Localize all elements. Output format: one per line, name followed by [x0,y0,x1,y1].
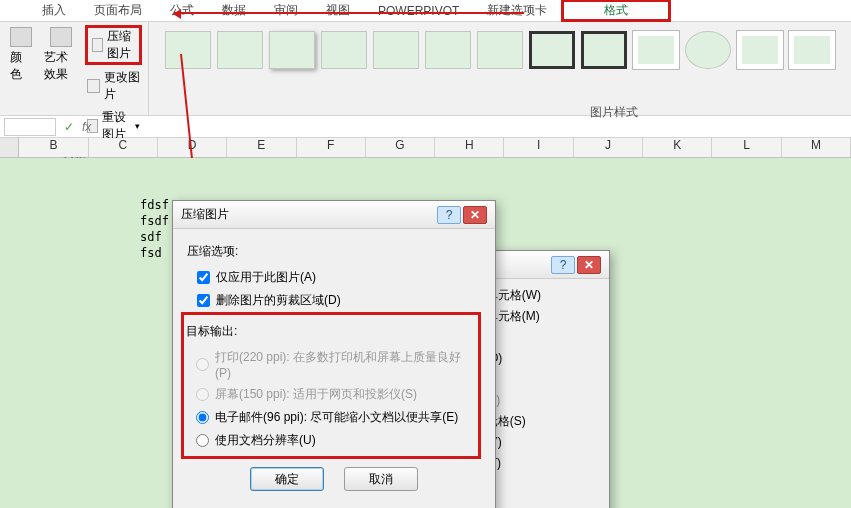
style-thumb[interactable] [373,31,419,69]
close-button[interactable]: ✕ [463,206,487,224]
ok-button[interactable]: 确定 [250,467,324,491]
column-headers: B C D E F G H I J K L M [0,138,851,158]
radio[interactable] [196,411,209,424]
opt-apply-only[interactable]: 仅应用于此图片(A) [187,266,481,289]
color-icon [10,27,32,47]
style-thumb[interactable] [477,31,523,69]
compress-icon [92,38,102,52]
col-header[interactable]: B [19,138,88,157]
style-thumb[interactable] [425,31,471,69]
out-docres[interactable]: 使用文档分辨率(U) [186,429,476,452]
checkbox[interactable] [197,271,210,284]
fx-label[interactable]: fx [82,120,91,134]
col-header[interactable]: M [782,138,851,157]
help-button[interactable]: ? [551,256,575,274]
cell-value[interactable]: fsdf [140,214,169,228]
group-label-styles: 图片样式 [590,104,638,121]
tab-data[interactable]: 数据 [208,0,260,21]
col-header[interactable]: F [297,138,366,157]
radio [196,358,209,371]
col-header[interactable]: G [366,138,435,157]
out-print: 打印(220 ppi): 在多数打印机和屏幕上质量良好(P) [186,346,476,383]
name-box[interactable] [4,118,56,136]
style-thumb[interactable] [633,31,679,69]
style-thumb[interactable] [217,31,263,69]
tab-formula[interactable]: 公式 [156,0,208,21]
style-thumb[interactable] [581,31,627,69]
tab-review[interactable]: 审阅 [260,0,312,21]
cancel-button[interactable]: 取消 [344,467,418,491]
tab-format[interactable]: 格式 [561,0,671,22]
col-header[interactable]: K [643,138,712,157]
select-all-corner[interactable] [0,138,19,157]
tab-new[interactable]: 新建选项卡 [473,0,561,21]
col-header[interactable]: L [712,138,781,157]
compress-pictures-button[interactable]: 压缩图片 [85,25,142,65]
annotation-arrow [174,12,524,14]
change-picture-button[interactable]: 更改图片 [85,67,142,105]
style-thumb[interactable] [165,31,211,69]
out-screen: 屏幕(150 ppi): 适用于网页和投影仪(S) [186,383,476,406]
section-label: 压缩选项: [187,243,481,260]
col-header[interactable]: H [435,138,504,157]
section-label: 目标输出: [186,323,476,340]
style-thumb[interactable] [685,31,731,69]
style-thumb[interactable] [269,31,315,69]
opt-delete-crop[interactable]: 删除图片的剪裁区域(D) [187,289,481,312]
col-header[interactable]: J [574,138,643,157]
dialog-title: 压缩图片 [181,206,435,223]
col-header[interactable]: C [89,138,158,157]
art-icon [50,27,72,47]
col-header[interactable]: E [227,138,296,157]
tab-powerpivot[interactable]: POWERPIVOT [364,2,473,20]
radio[interactable] [196,434,209,447]
help-button[interactable]: ? [437,206,461,224]
style-thumb[interactable] [321,31,367,69]
tab-page-layout[interactable]: 页面布局 [80,0,156,21]
style-thumb[interactable] [529,31,575,69]
ribbon: 颜色 艺术效果 压缩图片 更改图片 重设图片▾ 调整 [0,22,851,116]
cell-value[interactable]: fsd [140,246,162,260]
picture-styles-gallery[interactable] [155,25,845,115]
ribbon-group-styles [149,22,851,115]
checkbox[interactable] [197,294,210,307]
close-button[interactable]: ✕ [577,256,601,274]
style-thumb[interactable] [789,31,835,69]
col-header[interactable]: I [504,138,573,157]
tab-view[interactable]: 视图 [312,0,364,21]
radio [196,388,209,401]
dialog-titlebar[interactable]: 压缩图片 ? ✕ [173,201,495,229]
tab-insert[interactable]: 插入 [28,0,80,21]
out-email[interactable]: 电子邮件(96 ppi): 尽可能缩小文档以便共享(E) [186,406,476,429]
cell-value[interactable]: sdf [140,230,162,244]
confirm-icon[interactable]: ✓ [64,120,74,134]
ribbon-tabs: 插入 页面布局 公式 数据 审阅 视图 POWERPIVOT 新建选项卡 格式 [0,0,851,22]
compress-pictures-dialog: 压缩图片 ? ✕ 压缩选项: 仅应用于此图片(A) 删除图片的剪裁区域(D) 目… [172,200,496,508]
style-thumb[interactable] [737,31,783,69]
cell-value[interactable]: fdsf [140,198,169,212]
ribbon-group-adjust: 颜色 艺术效果 压缩图片 更改图片 重设图片▾ 调整 [0,22,149,115]
change-icon [87,79,100,93]
annotation-box: 目标输出: 打印(220 ppi): 在多数打印机和屏幕上质量良好(P) 屏幕(… [181,312,481,459]
